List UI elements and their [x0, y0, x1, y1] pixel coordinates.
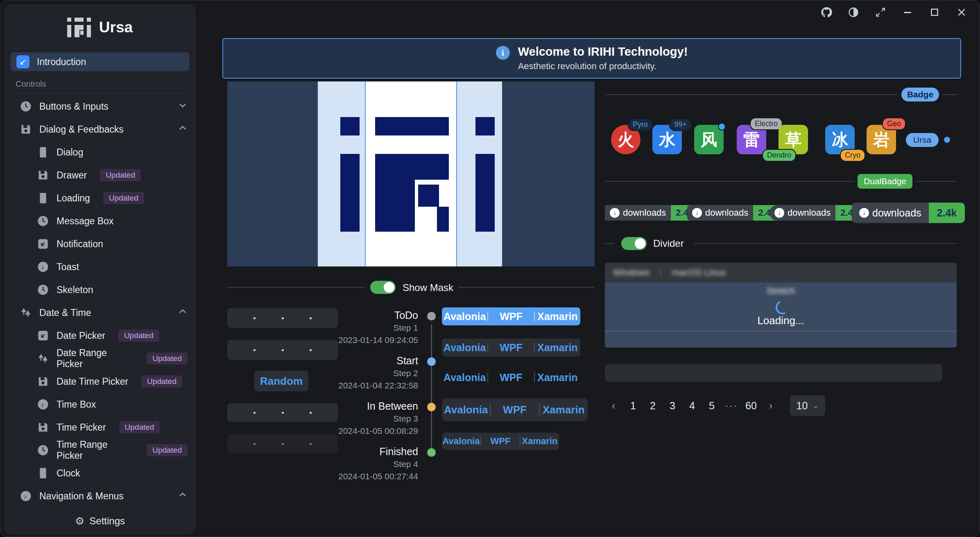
divider-toggle[interactable] [621, 237, 647, 250]
next-page-button[interactable]: › [764, 397, 778, 415]
note-icon: ♪ [20, 490, 32, 502]
badge-dendro: Dendro [762, 149, 796, 162]
arrow-square-icon [37, 329, 49, 342]
text-input[interactable] [605, 364, 942, 382]
platform-button[interactable]: Avalonia [442, 372, 487, 384]
sidebar-item-toast[interactable]: ♪ Toast [5, 255, 195, 278]
platform-button[interactable]: Avalonia [442, 342, 487, 354]
step-dot-start [427, 357, 436, 366]
ursa-logo-icon [67, 18, 91, 37]
page-button[interactable]: 4 [685, 397, 699, 414]
standalone-dot-badge [944, 137, 950, 143]
updated-badge: Updated [147, 444, 188, 456]
show-mask-toggle[interactable] [370, 281, 396, 294]
button-group-ghost[interactable]: Avalonia WPF Xamarin [442, 369, 580, 386]
random-button[interactable]: Random [254, 371, 308, 391]
page-button[interactable]: 1 [626, 397, 640, 414]
button-group-large[interactable]: Avalonia WPF Xamarin [442, 398, 588, 421]
prev-page-button[interactable]: ‹ [607, 397, 620, 415]
platform-button[interactable]: WPF [481, 436, 520, 447]
page-button[interactable]: 5 [705, 397, 719, 414]
badge-tile-pyro: 火 Pyro [611, 125, 641, 154]
sidebar-item-label: Drawer [57, 170, 87, 181]
platform-button[interactable]: Avalonia [442, 436, 480, 447]
platform-button[interactable]: Avalonia [442, 404, 490, 416]
platform-button[interactable]: Xamarin [535, 372, 580, 384]
sidebar-item-time-picker[interactable]: Time Picker Updated [5, 416, 195, 439]
sidebar-item-label: Date Time Picker [57, 376, 128, 387]
tab-panel: Windows macOS Linux Stretch Loading... [605, 263, 957, 347]
sidebar-item-label: Skeleton [57, 284, 93, 296]
sidebar-item-label: Buttons & Inputs [39, 101, 109, 112]
downloads-count: 2.4k [929, 203, 965, 223]
irihi-logo-mask-demo [227, 81, 595, 266]
arrow-square-icon: ↙ [16, 55, 29, 68]
sidebar-item-date-picker[interactable]: Date Picker Updated [5, 324, 195, 347]
sidebar-item-buttons-inputs[interactable]: Buttons & Inputs [5, 95, 195, 118]
page-button[interactable]: 2 [646, 397, 660, 414]
settings-button[interactable]: ⚙ Settings [5, 508, 195, 534]
badge-tile-geo: 岩 Geo [867, 125, 896, 154]
badge-tile-dendro: 草 Dendro [779, 125, 808, 154]
sidebar-item-notification[interactable]: Notification [5, 232, 195, 255]
sidebar-item-time-range-picker[interactable]: Time Range Picker Updated [5, 439, 195, 462]
step-sub: Step 1 [316, 323, 418, 333]
sidebar-item-label: Loading [57, 193, 90, 204]
sidebar-item-loading[interactable]: Loading Updated [5, 187, 195, 210]
tab-macos-linux[interactable]: macOS Linux [672, 267, 726, 278]
arrow-square-icon [37, 238, 49, 250]
sidebar-item-message-box[interactable]: Message Box [5, 210, 195, 232]
platform-button[interactable]: Xamarin [540, 404, 588, 416]
button-group-solid[interactable]: Avalonia WPF Xamarin [442, 307, 580, 325]
tab-windows[interactable]: Windows [613, 267, 650, 278]
page-button[interactable]: 60 [744, 397, 758, 414]
sidebar-item-skeleton[interactable]: Skeleton [5, 278, 195, 301]
sidebar-item-navigation-menus[interactable]: ♪ Navigation & Menus [5, 485, 195, 508]
sidebar-item-time-box[interactable]: ♪ Time Box [5, 393, 195, 416]
divider [942, 94, 957, 95]
downloads-label: downloads [705, 208, 748, 218]
sidebar-item-drawer[interactable]: Drawer Updated [5, 164, 195, 187]
page-button[interactable]: 3 [665, 397, 679, 414]
close-icon[interactable] [953, 4, 971, 20]
sidebar-item-date-time-picker[interactable]: Date Time Picker Updated [5, 370, 195, 393]
dualbadge-divider-label: DualBadge [858, 174, 912, 189]
platform-button[interactable]: Xamarin [535, 342, 580, 354]
downloads-badge: ↓ downloads 2.4k [687, 205, 781, 221]
updated-badge: Updated [118, 329, 159, 342]
sidebar-item-label: Toast [57, 262, 79, 273]
badge-divider-label: Badge [901, 88, 939, 102]
sidebar-item-introduction[interactable]: ↙ Introduction [11, 52, 189, 71]
platform-button[interactable]: Xamarin [521, 436, 559, 447]
platform-button[interactable]: WPF [488, 342, 534, 354]
page-size-select[interactable]: 10 ⌄ [790, 395, 825, 416]
floppy-icon [37, 375, 49, 388]
platform-button[interactable]: WPF [488, 311, 534, 323]
sidebar-item-date-range-picker[interactable]: Date Range Picker Updated [5, 347, 195, 370]
button-group-dark[interactable]: Avalonia WPF Xamarin [442, 338, 580, 356]
platform-button[interactable]: Xamarin [535, 311, 580, 323]
step-title: ToDo [316, 309, 418, 321]
theme-toggle-icon[interactable] [844, 4, 862, 20]
ellipsis: ··· [724, 397, 738, 414]
sidebar-item-clock[interactable]: Clock [5, 462, 195, 485]
sidebar-item-dialog[interactable]: Dialog [5, 141, 195, 164]
platform-button[interactable]: WPF [491, 404, 539, 416]
platform-button[interactable]: Avalonia [442, 311, 487, 323]
sidebar-item-dialog-feedbacks[interactable]: Dialog & Feedbacks [5, 118, 195, 141]
button-group-small[interactable]: Avalonia WPF Xamarin [442, 433, 559, 450]
divider [605, 181, 855, 182]
fullscreen-icon[interactable] [871, 4, 889, 20]
github-icon[interactable] [817, 4, 835, 20]
platform-button[interactable]: WPF [488, 372, 534, 384]
clock-icon [20, 100, 32, 113]
tablet-icon [37, 146, 49, 158]
sidebar-item-label: Dialog [57, 147, 83, 158]
sidebar-item-date-time[interactable]: Date & Time [5, 301, 195, 324]
minimize-icon[interactable] [899, 4, 917, 20]
download-icon: ↓ [610, 208, 620, 218]
download-icon: ↓ [692, 208, 702, 218]
step-time: 2024-01-05 00:27:44 [316, 472, 418, 481]
maximize-icon[interactable] [926, 4, 944, 20]
loading-spinner-icon [774, 298, 792, 316]
